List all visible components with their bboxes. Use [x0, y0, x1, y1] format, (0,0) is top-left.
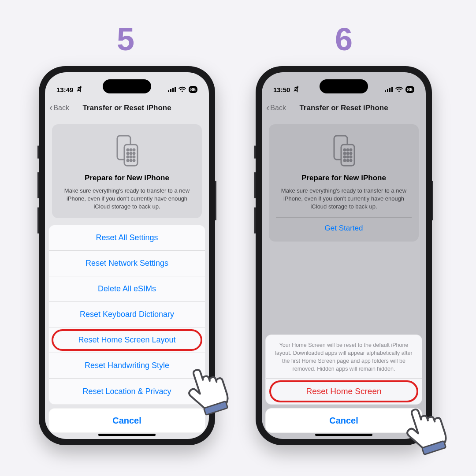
svg-rect-22 [389, 88, 390, 92]
svg-point-9 [133, 149, 135, 151]
svg-point-11 [130, 152, 132, 154]
pointer-cursor-icon [181, 361, 234, 419]
svg-point-36 [347, 160, 349, 161]
svg-rect-1 [168, 90, 169, 92]
svg-point-13 [127, 156, 129, 158]
svg-point-29 [344, 152, 346, 154]
svg-point-8 [130, 149, 132, 151]
svg-rect-20 [385, 90, 386, 92]
navigation-bar: ‹ Back Transfer or Reset iPhone [45, 98, 209, 118]
svg-rect-21 [387, 89, 388, 92]
card-title: Prepare for New iPhone [276, 174, 412, 182]
highlight-ring [52, 329, 202, 351]
svg-point-31 [350, 152, 352, 154]
svg-point-17 [130, 160, 132, 161]
confirm-sheet: Your Home Screen will be reset to the de… [265, 335, 422, 405]
svg-point-35 [344, 160, 346, 161]
home-indicator[interactable] [315, 434, 372, 436]
svg-point-32 [344, 156, 346, 158]
transfer-icon [59, 135, 195, 167]
phone-screen-right: 13:50 86 ‹ Back Transfer or Reset iPh [262, 72, 426, 439]
svg-rect-25 [341, 145, 354, 166]
svg-rect-23 [391, 87, 393, 92]
silent-icon [76, 86, 83, 94]
wifi-icon [178, 86, 186, 93]
card-title: Prepare for New iPhone [59, 174, 195, 182]
svg-point-28 [350, 149, 352, 151]
svg-point-37 [350, 160, 352, 161]
cellular-icon [385, 86, 393, 93]
svg-point-14 [130, 156, 132, 158]
step-number-6: 6 [331, 21, 357, 57]
reset-home-screen-button[interactable]: Reset Home Screen [266, 379, 422, 404]
chevron-left-icon: ‹ [49, 102, 52, 114]
status-time: 13:50 [273, 86, 290, 93]
back-button[interactable]: ‹ Back [266, 102, 286, 114]
prepare-card: Prepare for New iPhone Make sure everyth… [269, 124, 419, 242]
card-description: Make sure everything's ready to transfer… [59, 187, 195, 211]
option-reset-home-screen-layout[interactable]: Reset Home Screen Layout [49, 327, 205, 353]
svg-point-34 [350, 156, 352, 158]
back-label: Back [53, 104, 69, 112]
confirm-message: Your Home Screen will be reset to the de… [266, 335, 422, 379]
nav-title: Transfer or Reset iPhone [262, 104, 426, 112]
highlight-ring [269, 380, 418, 402]
navigation-bar: ‹ Back Transfer or Reset iPhone [262, 98, 426, 118]
transfer-icon [276, 135, 412, 167]
svg-point-12 [133, 152, 135, 154]
wifi-icon [395, 86, 403, 93]
svg-point-27 [347, 149, 349, 151]
card-description: Make sure everything's ready to transfer… [276, 187, 412, 211]
pointer-cursor-icon [399, 401, 452, 458]
svg-point-30 [347, 152, 349, 154]
battery-icon: 86 [405, 86, 414, 93]
svg-point-33 [347, 156, 349, 158]
step-number-5: 5 [112, 21, 139, 57]
nav-title: Transfer or Reset iPhone [45, 104, 209, 112]
status-time: 13:49 [56, 86, 73, 93]
phone-frame-right: 13:50 86 ‹ Back Transfer or Reset iPh [256, 66, 432, 445]
cellular-icon [168, 86, 176, 93]
silent-icon [293, 86, 300, 94]
option-delete-esims[interactable]: Delete All eSIMs [49, 276, 205, 302]
svg-point-15 [133, 156, 135, 158]
option-reset-all-settings[interactable]: Reset All Settings [49, 225, 205, 251]
dynamic-island [320, 79, 368, 93]
svg-point-10 [127, 152, 129, 154]
svg-rect-2 [170, 89, 171, 92]
get-started-button[interactable]: Get Started [276, 222, 412, 234]
chevron-left-icon: ‹ [266, 102, 269, 114]
home-indicator[interactable] [98, 434, 156, 436]
back-label: Back [270, 104, 286, 112]
option-reset-network-settings[interactable]: Reset Network Settings [49, 251, 205, 276]
svg-rect-3 [172, 88, 174, 92]
svg-rect-4 [175, 87, 176, 92]
svg-point-26 [344, 149, 346, 151]
svg-rect-6 [124, 145, 138, 166]
svg-point-18 [133, 160, 135, 161]
prepare-card: Prepare for New iPhone Make sure everyth… [52, 124, 202, 218]
dynamic-island [103, 79, 151, 93]
svg-point-16 [127, 160, 129, 161]
battery-icon: 86 [189, 86, 197, 93]
option-reset-keyboard-dictionary[interactable]: Reset Keyboard Dictionary [49, 302, 205, 327]
back-button[interactable]: ‹ Back [49, 102, 69, 114]
svg-point-7 [127, 149, 129, 151]
